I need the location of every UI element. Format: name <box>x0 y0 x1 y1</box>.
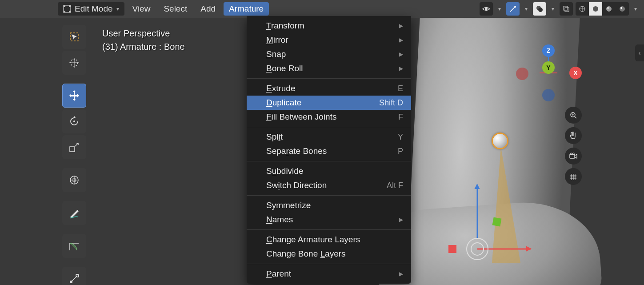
tool-cursor[interactable] <box>62 51 86 75</box>
menu-item-names[interactable]: Names▶ <box>247 213 411 227</box>
menu-select[interactable]: Select <box>158 2 192 16</box>
gizmo-axis-z[interactable] <box>477 185 478 238</box>
menu-item-parent[interactable]: Parent▶ <box>247 267 411 281</box>
tool-scale[interactable] <box>62 135 86 159</box>
chevron-down-icon[interactable]: ▾ <box>522 2 530 16</box>
svg-rect-8 <box>564 6 568 10</box>
svg-point-5 <box>485 8 488 10</box>
menu-item-label: Change Armature Layers <box>266 235 403 245</box>
menu-item-change-armature-layers[interactable]: Change Armature Layers <box>247 233 411 247</box>
ortho-icon[interactable] <box>565 168 582 185</box>
tool-move[interactable] <box>62 84 86 108</box>
zoom-icon[interactable] <box>565 107 582 124</box>
bone-body <box>492 147 520 263</box>
sidebar-toggle[interactable]: ‹ <box>635 44 644 61</box>
svg-point-15 <box>620 7 622 9</box>
tool-annotate[interactable] <box>62 201 86 225</box>
edit-mode-icon <box>63 5 71 13</box>
gizmo-handle-x[interactable] <box>448 245 456 253</box>
menu-separator <box>247 264 411 264</box>
pan-icon[interactable] <box>565 127 582 144</box>
visibility-icon[interactable] <box>480 2 493 16</box>
tool-shelf <box>62 25 86 285</box>
camera-icon[interactable] <box>565 148 582 165</box>
menu-separator <box>247 127 411 127</box>
menu-item-transform[interactable]: Transform▶ <box>247 19 411 33</box>
header-right: ▾ ▾ ▾ ▾ <box>480 2 640 16</box>
svg-rect-3 <box>64 11 65 12</box>
tool-select-box[interactable] <box>62 25 86 49</box>
svg-point-13 <box>607 7 609 9</box>
menu-add[interactable]: Add <box>195 2 221 16</box>
tool-rotate[interactable] <box>62 109 86 133</box>
menu-item-mirror[interactable]: Mirror▶ <box>247 33 411 47</box>
chevron-down-icon: ▾ <box>116 6 119 12</box>
shading-rendered-icon[interactable] <box>616 2 629 16</box>
menu-item-shortcut: E <box>398 84 403 93</box>
menu-item-snap[interactable]: Snap▶ <box>247 47 411 61</box>
menu-item-subdivide[interactable]: Subdivide <box>247 164 411 178</box>
shading-solid-icon[interactable] <box>589 2 602 16</box>
gizmo-ring-inner[interactable] <box>471 242 484 256</box>
overlay-line1: User Perspective <box>102 27 185 40</box>
menu-item-duplicate[interactable]: DuplicateShift D <box>247 96 411 110</box>
menu-item-bone-roll[interactable]: Bone Roll▶ <box>247 61 411 76</box>
shading-wireframe-icon[interactable] <box>576 2 589 16</box>
svg-line-17 <box>575 116 576 118</box>
menu-item-change-bone-layers[interactable]: Change Bone Layers <box>247 247 411 261</box>
menu-item-label: Bone Roll <box>266 64 396 73</box>
overlay-line2: (31) Armature : Bone <box>102 40 185 53</box>
chevron-down-icon[interactable]: ▾ <box>496 2 504 16</box>
menu-item-label: Snap <box>266 49 396 59</box>
menu-separator <box>247 78 411 79</box>
menu-item-label: Transform <box>266 21 396 31</box>
menu-item-split[interactable]: SplitY <box>247 130 411 144</box>
svg-point-31 <box>70 281 72 283</box>
menu-item-extrude[interactable]: ExtrudeE <box>247 81 411 96</box>
menu-item-fill-between-joints[interactable]: Fill Between JointsF <box>247 110 411 124</box>
menu-separator <box>247 195 411 196</box>
overlay-toggle-icon[interactable] <box>533 2 546 16</box>
menu-item-switch-direction[interactable]: Switch DirectionAlt F <box>247 178 411 193</box>
svg-rect-20 <box>570 154 575 158</box>
svg-rect-2 <box>69 5 71 7</box>
gizmo-handle-y[interactable] <box>492 217 502 227</box>
submenu-arrow-icon: ▶ <box>399 51 403 57</box>
xray-toggle-icon[interactable] <box>560 2 573 16</box>
menu-item-label: Split <box>266 132 398 142</box>
mode-label: Edit Mode <box>75 4 113 14</box>
menu-item-shortcut: P <box>398 147 403 156</box>
svg-point-7 <box>538 8 543 12</box>
menu-item-label: Fill Between Joints <box>266 112 398 122</box>
chevron-down-icon[interactable]: ▾ <box>549 2 557 16</box>
gizmo-toggle-icon[interactable] <box>506 2 520 16</box>
menu-armature[interactable]: Armature <box>224 2 269 16</box>
menu-item-separate-bones[interactable]: Separate BonesP <box>247 144 411 158</box>
menu-item-symmetrize[interactable]: Symmetrize <box>247 198 411 213</box>
menu-separator <box>247 229 411 230</box>
menu-item-shortcut: Shift D <box>379 98 403 108</box>
tool-transform[interactable] <box>62 168 86 192</box>
tool-extrude[interactable] <box>62 267 86 285</box>
menu-view[interactable]: View <box>127 2 156 16</box>
svg-rect-1 <box>64 5 65 7</box>
menu-item-label: Names <box>266 215 396 225</box>
svg-rect-4 <box>69 11 71 12</box>
svg-point-11 <box>593 6 598 12</box>
bone-head[interactable] <box>493 134 507 148</box>
submenu-arrow-icon: ▶ <box>399 65 403 72</box>
menu-separator <box>247 161 411 161</box>
svg-point-27 <box>73 120 75 122</box>
menu-item-shortcut: Alt F <box>387 181 403 190</box>
armature-menu-dropdown: Transform▶Mirror▶Snap▶Bone Roll▶ExtrudeE… <box>247 16 411 284</box>
submenu-arrow-icon: ▶ <box>399 23 403 29</box>
tool-measure[interactable] <box>62 234 86 258</box>
menu-item-label: Duplicate <box>266 98 379 108</box>
transform-gizmo[interactable] <box>466 238 488 260</box>
mode-selector[interactable]: Edit Mode ▾ <box>58 2 124 16</box>
menu-item-label: Subdivide <box>266 166 403 176</box>
viewport-overlay-info: User Perspective (31) Armature : Bone <box>102 27 185 53</box>
header: Edit Mode ▾ View Select Add Armature ▾ ▾… <box>0 0 644 18</box>
chevron-down-icon[interactable]: ▾ <box>632 2 640 16</box>
shading-matprev-icon[interactable] <box>602 2 616 16</box>
